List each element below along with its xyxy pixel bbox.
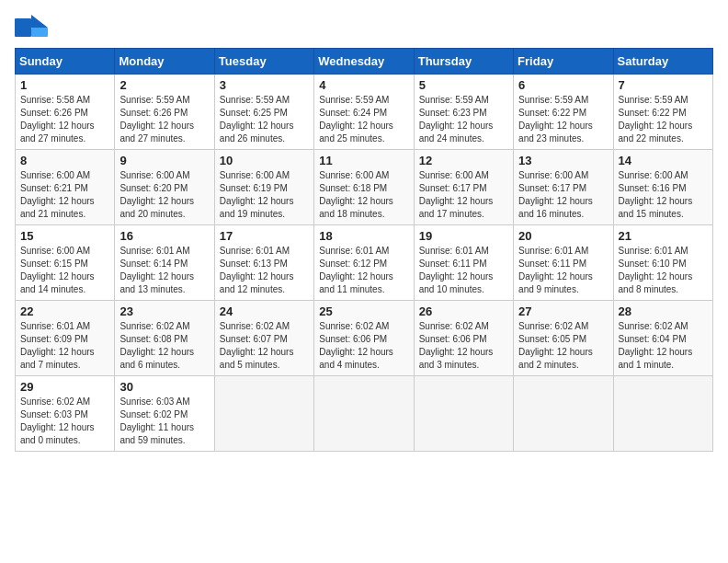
calendar-cell (613, 376, 712, 452)
weekday-header-thursday: Thursday (414, 49, 513, 75)
calendar-cell: 28 Sunrise: 6:02 AMSunset: 6:04 PMDaylig… (613, 301, 712, 376)
day-number: 28 (619, 304, 708, 318)
day-number: 16 (119, 229, 209, 243)
day-info: Sunrise: 6:01 AMSunset: 6:09 PMDaylight:… (20, 321, 95, 370)
calendar-cell: 8 Sunrise: 6:00 AMSunset: 6:21 PMDayligh… (16, 150, 115, 225)
calendar-cell: 1 Sunrise: 5:58 AMSunset: 6:26 PMDayligh… (16, 75, 115, 150)
calendar-cell: 2 Sunrise: 5:59 AMSunset: 6:26 PMDayligh… (115, 75, 214, 150)
day-number: 8 (20, 154, 109, 167)
calendar-cell: 29 Sunrise: 6:02 AMSunset: 6:03 PMDaylig… (16, 376, 115, 452)
weekday-header-row: SundayMondayTuesdayWednesdayThursdayFrid… (16, 49, 713, 75)
day-info: Sunrise: 6:01 AMSunset: 6:14 PMDaylight:… (119, 246, 194, 294)
day-number: 25 (319, 304, 408, 318)
day-info: Sunrise: 6:03 AMSunset: 6:02 PMDaylight:… (119, 396, 194, 445)
svg-rect-0 (15, 18, 31, 37)
day-number: 11 (319, 154, 408, 167)
day-info: Sunrise: 6:02 AMSunset: 6:06 PMDaylight:… (319, 321, 393, 370)
day-info: Sunrise: 6:01 AMSunset: 6:12 PMDaylight:… (319, 246, 393, 294)
weekday-header-friday: Friday (514, 49, 613, 75)
day-number: 4 (319, 78, 408, 92)
day-info: Sunrise: 5:59 AMSunset: 6:23 PMDaylight:… (419, 95, 494, 144)
calendar-cell: 9 Sunrise: 6:00 AMSunset: 6:20 PMDayligh… (115, 150, 214, 225)
calendar-week-row: 1 Sunrise: 5:58 AMSunset: 6:26 PMDayligh… (16, 75, 713, 150)
calendar-cell: 26 Sunrise: 6:02 AMSunset: 6:06 PMDaylig… (414, 301, 513, 376)
day-number: 17 (220, 229, 309, 243)
day-number: 24 (220, 304, 309, 318)
day-number: 22 (20, 304, 109, 318)
day-info: Sunrise: 5:59 AMSunset: 6:22 PMDaylight:… (619, 95, 693, 144)
day-number: 6 (518, 78, 608, 92)
calendar-cell: 30 Sunrise: 6:03 AMSunset: 6:02 PMDaylig… (115, 376, 214, 452)
calendar-cell: 13 Sunrise: 6:00 AMSunset: 6:17 PMDaylig… (514, 150, 613, 225)
calendar-cell: 12 Sunrise: 6:00 AMSunset: 6:17 PMDaylig… (414, 150, 513, 225)
day-info: Sunrise: 6:00 AMSunset: 6:17 PMDaylight:… (518, 170, 593, 219)
calendar-cell: 18 Sunrise: 6:01 AMSunset: 6:12 PMDaylig… (314, 225, 414, 301)
calendar-week-row: 8 Sunrise: 6:00 AMSunset: 6:21 PMDayligh… (16, 150, 713, 225)
day-number: 13 (518, 154, 608, 167)
calendar-cell: 15 Sunrise: 6:00 AMSunset: 6:15 PMDaylig… (16, 225, 115, 301)
calendar-week-row: 22 Sunrise: 6:01 AMSunset: 6:09 PMDaylig… (16, 301, 713, 376)
day-info: Sunrise: 5:59 AMSunset: 6:25 PMDaylight:… (220, 95, 294, 144)
day-number: 27 (518, 304, 608, 318)
day-info: Sunrise: 6:00 AMSunset: 6:19 PMDaylight:… (220, 170, 294, 219)
day-number: 30 (119, 380, 209, 394)
day-number: 23 (119, 304, 209, 318)
weekday-header-tuesday: Tuesday (214, 49, 313, 75)
day-info: Sunrise: 6:01 AMSunset: 6:11 PMDaylight:… (518, 246, 593, 294)
day-info: Sunrise: 6:00 AMSunset: 6:16 PMDaylight:… (619, 170, 693, 219)
day-info: Sunrise: 6:02 AMSunset: 6:08 PMDaylight:… (119, 321, 194, 370)
day-number: 18 (319, 229, 408, 243)
calendar-cell: 14 Sunrise: 6:00 AMSunset: 6:16 PMDaylig… (613, 150, 712, 225)
weekday-header-saturday: Saturday (613, 49, 712, 75)
calendar-cell: 4 Sunrise: 5:59 AMSunset: 6:24 PMDayligh… (314, 75, 414, 150)
day-info: Sunrise: 6:00 AMSunset: 6:18 PMDaylight:… (319, 170, 393, 219)
day-info: Sunrise: 6:00 AMSunset: 6:17 PMDaylight:… (419, 170, 494, 219)
day-info: Sunrise: 6:01 AMSunset: 6:13 PMDaylight:… (220, 246, 294, 294)
day-number: 29 (20, 380, 109, 394)
weekday-header-wednesday: Wednesday (314, 49, 414, 75)
weekday-header-monday: Monday (115, 49, 214, 75)
calendar-cell: 6 Sunrise: 5:59 AMSunset: 6:22 PMDayligh… (514, 75, 613, 150)
calendar-cell: 21 Sunrise: 6:01 AMSunset: 6:10 PMDaylig… (613, 225, 712, 301)
svg-rect-2 (31, 28, 48, 37)
day-info: Sunrise: 6:00 AMSunset: 6:21 PMDaylight:… (20, 170, 95, 219)
calendar-cell: 19 Sunrise: 6:01 AMSunset: 6:11 PMDaylig… (414, 225, 513, 301)
svg-marker-1 (31, 15, 48, 28)
calendar-cell: 11 Sunrise: 6:00 AMSunset: 6:18 PMDaylig… (314, 150, 414, 225)
weekday-header-sunday: Sunday (16, 49, 115, 75)
calendar-cell: 3 Sunrise: 5:59 AMSunset: 6:25 PMDayligh… (214, 75, 313, 150)
day-info: Sunrise: 6:00 AMSunset: 6:20 PMDaylight:… (119, 170, 194, 219)
calendar-cell (214, 376, 313, 452)
day-number: 5 (419, 78, 508, 92)
day-number: 14 (619, 154, 708, 167)
calendar-cell: 22 Sunrise: 6:01 AMSunset: 6:09 PMDaylig… (16, 301, 115, 376)
page-header (15, 15, 713, 40)
day-info: Sunrise: 6:01 AMSunset: 6:11 PMDaylight:… (419, 246, 494, 294)
calendar-cell: 25 Sunrise: 6:02 AMSunset: 6:06 PMDaylig… (314, 301, 414, 376)
day-number: 9 (119, 154, 209, 167)
day-info: Sunrise: 6:02 AMSunset: 6:05 PMDaylight:… (518, 321, 593, 370)
day-number: 20 (518, 229, 608, 243)
day-info: Sunrise: 5:59 AMSunset: 6:22 PMDaylight:… (518, 95, 593, 144)
day-info: Sunrise: 5:59 AMSunset: 6:26 PMDaylight:… (119, 95, 194, 144)
calendar-cell: 24 Sunrise: 6:02 AMSunset: 6:07 PMDaylig… (214, 301, 313, 376)
calendar-cell: 7 Sunrise: 5:59 AMSunset: 6:22 PMDayligh… (613, 75, 712, 150)
day-number: 26 (419, 304, 508, 318)
calendar-cell: 16 Sunrise: 6:01 AMSunset: 6:14 PMDaylig… (115, 225, 214, 301)
day-info: Sunrise: 6:02 AMSunset: 6:03 PMDaylight:… (20, 396, 95, 445)
calendar-cell: 23 Sunrise: 6:02 AMSunset: 6:08 PMDaylig… (115, 301, 214, 376)
day-number: 7 (619, 78, 708, 92)
day-info: Sunrise: 6:02 AMSunset: 6:06 PMDaylight:… (419, 321, 494, 370)
day-info: Sunrise: 5:58 AMSunset: 6:26 PMDaylight:… (20, 95, 95, 144)
day-info: Sunrise: 5:59 AMSunset: 6:24 PMDaylight:… (319, 95, 393, 144)
calendar-cell: 20 Sunrise: 6:01 AMSunset: 6:11 PMDaylig… (514, 225, 613, 301)
calendar-week-row: 29 Sunrise: 6:02 AMSunset: 6:03 PMDaylig… (16, 376, 713, 452)
day-number: 19 (419, 229, 508, 243)
day-info: Sunrise: 6:00 AMSunset: 6:15 PMDaylight:… (20, 246, 95, 294)
day-number: 3 (220, 78, 309, 92)
day-number: 21 (619, 229, 708, 243)
calendar-cell (414, 376, 513, 452)
calendar-table: SundayMondayTuesdayWednesdayThursdayFrid… (15, 48, 713, 452)
day-number: 2 (119, 78, 209, 92)
day-number: 12 (419, 154, 508, 167)
